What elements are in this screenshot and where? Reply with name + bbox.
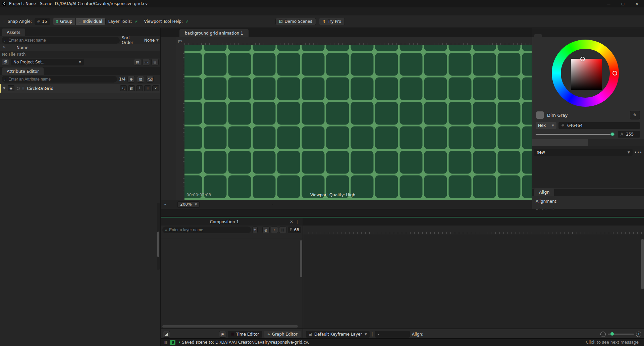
window-title: Project: None - Scene: D:/DATA/AI Creato…: [9, 1, 148, 6]
close-icon[interactable]: ✕: [152, 85, 159, 91]
sv-selector[interactable]: [580, 57, 585, 61]
zoom-in-icon[interactable]: +: [636, 332, 641, 337]
tab-separator: |: [297, 219, 298, 224]
folder-icon[interactable]: ▤: [134, 59, 141, 65]
minimize-button[interactable]: —: [602, 0, 616, 7]
current-color-swatch: [536, 111, 544, 119]
timeline-zoom-slider[interactable]: [608, 334, 634, 335]
sort-order-dropdown[interactable]: None▼: [144, 38, 159, 43]
attribute-search-input[interactable]: [8, 77, 114, 82]
swatches-tab[interactable]: [532, 139, 588, 146]
search-icon: ⌕: [4, 38, 6, 43]
dots-grid-icon: ⣿: [22, 87, 24, 90]
link-icon[interactable]: ⇆: [120, 85, 127, 91]
color-name: Dim Gray: [547, 113, 568, 118]
layer-search[interactable]: ⌕: [162, 227, 251, 233]
isolate-icon[interactable]: ◎: [262, 227, 270, 233]
palette-more-button[interactable]: •••: [634, 149, 642, 156]
message-count-badge[interactable]: 8: [170, 340, 175, 345]
split-view-icon[interactable]: ◧: [128, 85, 135, 91]
hash-prefix: #: [37, 19, 40, 24]
viewport-tab[interactable]: background grid animation 1: [179, 29, 249, 37]
add-keyframe-icon[interactable]: ⁘: [271, 227, 278, 233]
layer-tools-check[interactable]: ✓: [135, 19, 138, 24]
try-pro-button[interactable]: ↯Try Pro: [319, 18, 345, 25]
project-set-dropdown[interactable]: No Project Set...▼: [11, 59, 84, 65]
transport-controls: [272, 204, 273, 205]
expand-tools-icon[interactable]: »: [164, 202, 166, 207]
align-tab[interactable]: Align: [534, 188, 554, 196]
dock-button[interactable]: ▣: [219, 331, 226, 338]
socket-icon[interactable]: [17, 87, 20, 90]
hue-selector[interactable]: [612, 71, 617, 76]
status-bar: ▥ 8 Saved scene to: D:/DATA/AI Creator/C…: [161, 338, 644, 346]
group-button[interactable]: ⣿Group: [53, 18, 75, 25]
alpha-handle[interactable]: [610, 132, 614, 136]
pin-icon[interactable]: ⍑: [136, 85, 143, 91]
zoom-attr-icon[interactable]: ⊕: [127, 76, 135, 83]
time-editor-button[interactable]: ☰ Time Editor: [228, 331, 263, 338]
asset-search[interactable]: ⌕: [2, 37, 120, 44]
hex-field[interactable]: #646464: [558, 122, 640, 129]
align-panel: Align Alignment Distribution: [532, 189, 644, 209]
viewport-tab-bar: background grid animation 1: [161, 28, 532, 37]
viewport-timecode: 00:00:02:08: [186, 193, 211, 197]
frame-field[interactable]: F68: [288, 227, 301, 233]
alpha-field[interactable]: A255: [618, 131, 640, 138]
keyframe-layer-dropdown[interactable]: ⊟ Default Keyframe Layer▼: [306, 331, 370, 338]
next-message-link[interactable]: Click to see next message: [586, 340, 639, 345]
clear-attr-icon[interactable]: ⌫: [146, 76, 154, 83]
composition-tab[interactable]: Composition 1: [161, 219, 288, 224]
filter-settings-icon[interactable]: ☷: [279, 227, 286, 233]
display-icon[interactable]: ▭: [143, 59, 150, 65]
composition-tab-bar[interactable]: Composition 1 ✕ |: [161, 218, 303, 226]
timeline-ruler[interactable]: [303, 226, 644, 234]
close-icon[interactable]: ✕: [290, 219, 293, 224]
search-icon: ⌕: [4, 77, 6, 82]
attribute-scrollbar[interactable]: [157, 203, 160, 270]
graph-editor-button[interactable]: ∿ Graph Editor: [264, 331, 301, 338]
attribute-tabs: [0, 93, 160, 100]
attribute-search[interactable]: ⌕: [2, 76, 117, 83]
viewport-canvas[interactable]: 00:00:02:08 Viewport Quality: High: [184, 45, 532, 200]
saturation-value-box[interactable]: [571, 59, 602, 90]
demo-scenes-button[interactable]: ⚄Demo Scenes: [275, 18, 316, 25]
eye-icon[interactable]: ◉: [8, 85, 14, 91]
layer-search-input[interactable]: [169, 228, 248, 232]
hex-mode-dropdown[interactable]: Hex▼: [536, 122, 556, 129]
keyframe-value-field[interactable]: -: [375, 331, 410, 338]
palette-dropdown[interactable]: new▼: [534, 149, 633, 156]
add-layer-button[interactable]: +: [252, 227, 258, 233]
generator-tab[interactable]: [588, 139, 644, 146]
assets-name-header: Name: [16, 45, 28, 50]
tag-filter-button[interactable]: ◪: [163, 331, 170, 338]
menu-bar: [0, 7, 644, 15]
selected-layer-title: CircleOnGrid: [27, 86, 53, 91]
timeline-scrollbar[interactable]: [641, 239, 644, 289]
vertical-ruler: [176, 45, 184, 200]
trash-icon[interactable]: ⊟: [151, 59, 159, 65]
snap-angle-field[interactable]: # 15: [35, 18, 50, 25]
zoom-out-icon[interactable]: −: [600, 332, 606, 337]
color-tab[interactable]: [534, 34, 542, 37]
individual-button[interactable]: ⣤Individual: [75, 18, 105, 25]
add-layers-tab[interactable]: [544, 34, 552, 37]
target-attr-icon[interactable]: ⊡: [137, 76, 144, 83]
close-button[interactable]: ✕: [630, 0, 644, 7]
snap-angle-value: 15: [42, 19, 47, 24]
zoom-handle[interactable]: [610, 332, 614, 336]
attribute-editor-tab[interactable]: Attribute Editor: [2, 67, 44, 75]
layer-scrollbar[interactable]: [300, 240, 302, 277]
viewport-tool-help-check[interactable]: ✓: [185, 19, 189, 24]
assets-tab[interactable]: Assets: [2, 29, 25, 36]
zoom-dropdown[interactable]: 200%▼: [177, 201, 200, 208]
horizontal-scrollbar[interactable]: [162, 325, 298, 328]
console-icon[interactable]: ▥: [164, 340, 167, 345]
project-settings-icon[interactable]: 🗇: [2, 59, 9, 65]
maximize-button[interactable]: ▢: [616, 0, 630, 7]
grid-icon[interactable]: ⣿: [144, 85, 151, 91]
eyedropper-button[interactable]: ✎: [630, 111, 640, 119]
asset-search-input[interactable]: [8, 38, 117, 43]
alpha-slider[interactable]: [536, 134, 614, 135]
collapse-icon[interactable]: ▼: [3, 87, 5, 90]
